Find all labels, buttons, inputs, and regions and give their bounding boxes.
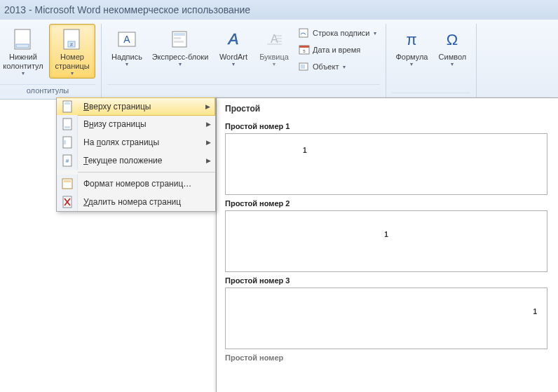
dropdown-caret-icon: ▾ [232,62,235,67]
page-number-icon: # [60,27,84,51]
dropdown-caret-icon: ▾ [125,62,128,67]
svg-rect-28 [64,126,70,128]
signature-label: Строка подписи [313,29,369,37]
group-label-symbols [392,93,470,96]
date-time-label: Дата и время [313,46,360,54]
menu-page-margins[interactable]: На полях страницы ▶ [57,133,215,151]
svg-text:A: A [123,34,130,45]
dropdown-caret-icon: ▾ [22,71,25,76]
remove-numbers-icon [57,193,78,211]
symbol-icon: Ω [440,27,464,51]
page-number-sample: 1 [303,147,307,154]
signature-icon [299,27,310,39]
footer-icon [11,27,35,51]
dropdown-caret-icon: ▾ [451,62,454,67]
svg-rect-26 [64,102,70,104]
footer-label: Нижний колонтитул [3,53,43,71]
menu-remove-page-numbers[interactable]: Удалить номера страниц [57,193,215,211]
menu-margins-rest: олях страницы [101,137,159,147]
menu-format-page-numbers[interactable]: Формат номеров страниц… [57,175,215,193]
svg-text:#: # [65,158,69,164]
quickparts-button[interactable]: Экспресс-блоки▾ [149,24,211,74]
svg-rect-1 [16,44,29,48]
page-number-sample: 1 [533,308,537,316]
textbox-icon: A [115,27,139,51]
dropcap-button[interactable]: A Буквица▾ [256,24,292,74]
page-current-icon: # [57,151,78,170]
dropdown-caret-icon: ▾ [179,62,182,67]
page-number-button[interactable]: # Номер страницы▾ [49,24,95,79]
wordart-button[interactable]: A WordArt▾ [214,24,253,74]
group-symbols: π Формула▾ Ω Символ▾ [386,24,477,99]
svg-rect-30 [64,140,66,144]
menu-remove-rest: далить номера страниц [88,197,181,207]
date-time-button[interactable]: 5 Дата и время [295,42,380,58]
menu-bottom-pref: В [83,119,89,129]
gallery-item-2-title: Простой номер 2 [225,195,550,210]
page-top-icon [57,98,78,115]
date-time-icon: 5 [299,44,310,55]
menu-bottom-und: н [89,119,94,129]
menu-margins-pref: На [83,137,97,147]
menu-current-und: Т [83,156,88,165]
dropdown-caret-icon: ▾ [343,64,346,70]
gallery-item-1-preview[interactable]: 1 [225,133,547,195]
svg-rect-22 [301,65,305,69]
symbol-button[interactable]: Ω Символ▾ [434,24,470,74]
menu-top-of-page[interactable]: Вверху страницы ▶ [57,97,215,116]
gallery-item-4-title: Простой номер [225,349,550,365]
signature-line-button[interactable]: Строка подписи▾ [295,25,380,41]
object-icon [299,61,310,72]
submenu-arrow-icon: ▶ [206,121,211,128]
equation-icon: π [400,27,423,51]
svg-text:A: A [227,30,239,48]
page-number-sample: 1 [384,231,388,238]
dropdown-caret-icon: ▾ [71,71,74,76]
footer-button[interactable]: Нижний колонтитул▾ [0,24,46,79]
menu-bottom-of-page[interactable]: Внизу страницы ▶ [57,115,215,133]
menu-separator [78,172,215,173]
menu-bottom-rest: изу страницы [94,119,147,129]
gallery-item-1-title: Простой номер 1 [225,118,550,133]
object-label: Объект [313,62,339,71]
menu-current-position[interactable]: # Текущее положение ▶ [57,151,215,170]
dropcap-icon: A [262,27,286,51]
page-bottom-icon [57,115,78,133]
group-label-text [107,84,380,96]
group-text: A Надпись▾ Экспресс-блоки▾ A WordArt▾ A [102,24,386,99]
object-button[interactable]: Объект▾ [295,59,380,74]
group-header-footer: Нижний колонтитул▾ # Номер страницы▾ оло… [0,24,102,99]
submenu-arrow-icon: ▶ [205,103,210,110]
svg-rect-8 [174,33,185,36]
textbox-button[interactable]: A Надпись▾ [107,24,147,74]
gallery-item-2-preview[interactable]: 1 [225,210,547,272]
svg-rect-19 [299,46,309,48]
format-numbers-icon [57,175,78,193]
svg-text:#: # [70,42,73,47]
dropdown-caret-icon: ▾ [374,30,376,36]
wordart-icon: A [222,27,245,51]
page-number-gallery: Простой Простой номер 1 1 Простой номер … [216,97,558,392]
menu-top-underline: В [83,102,89,111]
equation-button[interactable]: π Формула▾ [392,24,431,74]
dropdown-caret-icon: ▾ [273,62,275,67]
gallery-item-3-preview[interactable]: 1 [225,288,547,349]
submenu-arrow-icon: ▶ [206,157,211,164]
ribbon: Нижний колонтитул▾ # Номер страницы▾ оло… [0,20,558,100]
quickparts-icon [168,27,192,51]
window-titlebar: 2013 - Microsoft Word некоммерческое исп… [0,0,558,20]
svg-text:π: π [407,31,417,48]
group-label-headerfooter: олонтитулы [0,84,95,96]
window-title: 2013 - Microsoft Word некоммерческое исп… [4,4,250,15]
svg-text:Ω: Ω [447,31,458,48]
page-margins-icon [57,133,78,151]
gallery-header: Простой [217,98,558,118]
page-number-menu: Вверху страницы ▶ Внизу страницы ▶ На по… [56,97,216,212]
dropdown-caret-icon: ▾ [410,62,413,67]
svg-rect-34 [64,180,71,182]
svg-rect-9 [174,37,181,39]
svg-rect-10 [174,41,184,43]
menu-current-rest: екущее положение [88,156,163,165]
menu-format-label: Формат номеров страниц… [83,179,191,189]
submenu-arrow-icon: ▶ [206,139,211,146]
